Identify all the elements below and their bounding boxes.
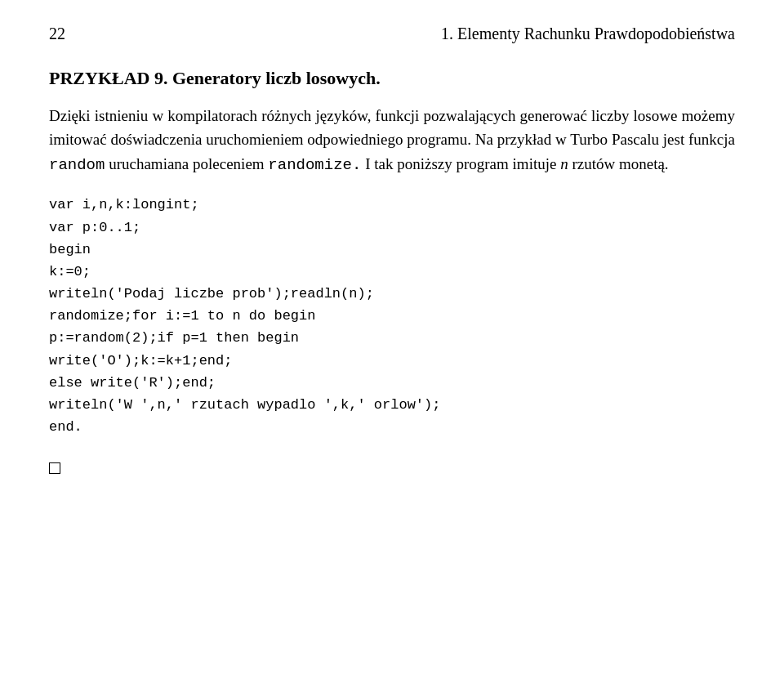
- body-paragraph-1: Dzięki istnieniu w kompilatorach różnych…: [49, 104, 735, 177]
- code-block: var i,n,k:longint; var p:0..1; begin k:=…: [49, 194, 735, 438]
- page-header: 22 1. Elementy Rachunku Prawdopodobieńst…: [49, 25, 735, 43]
- text-dzięki: Dzięki istnieniu w kompilatorach różnych…: [49, 107, 735, 172]
- page-end-marker: [49, 454, 735, 477]
- inline-code-random: random: [49, 156, 105, 174]
- page-number: 22: [49, 25, 65, 43]
- end-box: [49, 462, 60, 474]
- code-content: var i,n,k:longint; var p:0..1; begin k:=…: [49, 197, 440, 435]
- italic-n: n: [560, 155, 568, 172]
- chapter-title: 1. Elementy Rachunku Prawdopodobieństwa: [441, 25, 735, 43]
- page: 22 1. Elementy Rachunku Prawdopodobieńst…: [0, 0, 784, 679]
- section-heading: PRZYKŁAD 9. Generatory liczb losowych.: [49, 68, 735, 89]
- inline-code-randomize: randomize.: [268, 156, 361, 174]
